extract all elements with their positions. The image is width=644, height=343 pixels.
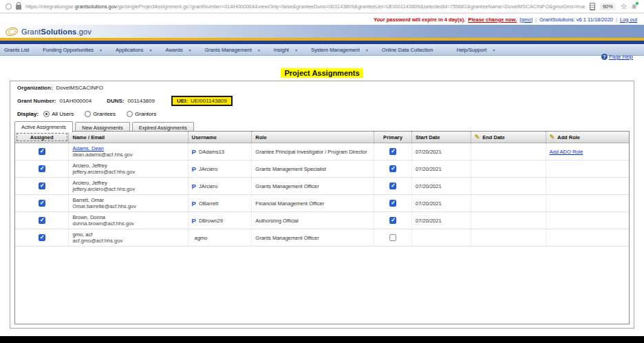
nav-item-grants-list[interactable]: Grants List	[1, 47, 36, 53]
header-username[interactable]: Username	[189, 132, 253, 143]
primary-checkbox[interactable]	[389, 183, 396, 189]
radio-all-users[interactable]: All Users	[43, 111, 74, 117]
pencil-icon[interactable]: ✎	[475, 134, 480, 141]
site-info-icon[interactable]	[6, 3, 12, 10]
person-p-icon: P	[192, 200, 196, 207]
username: DBrown29	[199, 218, 223, 224]
header-start-date[interactable]: Start Date	[412, 132, 471, 143]
tab-active-assignments[interactable]: Active Assignments	[14, 121, 73, 132]
browser-menu-icon[interactable]: ≡	[632, 3, 638, 10]
person-p-icon: P	[192, 165, 196, 173]
radio-icon[interactable]	[127, 111, 133, 117]
role-cell: Grants Management Officer	[252, 229, 374, 246]
radio-grantees[interactable]: Grantees	[85, 111, 116, 117]
user-name: Arciero, Jeffrey	[72, 180, 184, 186]
display-filter-row: Display: All Users Grantees Grantors	[17, 111, 167, 117]
url-subdomain: integrationgse.	[41, 3, 75, 10]
assigned-checkbox[interactable]	[39, 200, 45, 207]
username: OBarrett	[199, 200, 218, 207]
nav-item-grants-management[interactable]: Grants Management▾	[197, 47, 266, 53]
radio-icon[interactable]	[43, 111, 50, 117]
header-primary[interactable]: Primary	[374, 132, 412, 143]
role-cell: Grants Management Officer	[252, 178, 374, 194]
url-field[interactable]: https://integrationgse.grantsolutions.go…	[25, 3, 586, 10]
extension-badge	[636, 2, 638, 5]
user-tag-link[interactable]: [gmo]	[519, 17, 533, 23]
main-nav: Grants List Funding Opportunities▾ Appli…	[0, 44, 644, 56]
grant-number-value: 01AH000004	[59, 98, 92, 104]
nav-item-insight[interactable]: Insight▾	[267, 47, 304, 53]
nav-item-applications[interactable]: Applications▾	[109, 47, 158, 53]
url-path: /gs/singleProjectAssignment.gs?grantNumb…	[117, 3, 586, 10]
assignments-table: Assigned Name / Email Username Role Prim…	[14, 131, 630, 324]
chevron-down-icon: ▾	[493, 48, 495, 52]
zoom-level[interactable]: 90%	[600, 3, 616, 10]
add-ado-role-link[interactable]: Add ADO Role	[550, 149, 583, 155]
user-email: dean.adams@acf.hhs.gov	[72, 152, 184, 158]
role-cell: Authorizing Official	[252, 212, 374, 229]
end-date-cell	[471, 178, 546, 194]
pencil-icon[interactable]: ✎	[550, 134, 555, 141]
nav-item-online-data-collection[interactable]: Online Data Collection	[375, 47, 440, 53]
page-help-link[interactable]: Page Help	[609, 54, 633, 60]
primary-checkbox[interactable]	[389, 200, 396, 207]
header-assigned[interactable]: Assigned	[15, 132, 69, 143]
lock-icon[interactable]	[16, 5, 21, 10]
user-email: jeffery.arciero@acf.hhs.gov	[72, 186, 184, 192]
header-end-date[interactable]: ✎End Date	[471, 132, 546, 143]
assigned-checkbox[interactable]	[39, 148, 45, 155]
primary-checkbox[interactable]	[389, 165, 396, 172]
role-cell: Financial Management Officer	[252, 195, 374, 211]
separator: |	[616, 17, 617, 23]
assigned-checkbox[interactable]	[39, 183, 45, 189]
radio-grantors[interactable]: Grantors	[127, 111, 156, 117]
page-help: ? Page Help	[601, 54, 633, 60]
person-p-icon: P	[192, 148, 196, 156]
table-row: Brown, Donnadonna.brown@acf.hhs.gov PDBr…	[15, 212, 629, 229]
table-row: Adams, Deandean.adams@acf.hhs.gov PDAdam…	[15, 143, 629, 160]
logout-link[interactable]: Log out	[620, 17, 637, 23]
user-email: Omar.barrette@acf.hhs.gov	[72, 203, 184, 209]
primary-checkbox[interactable]	[389, 234, 396, 241]
primary-checkbox[interactable]	[389, 148, 396, 155]
display-label: Display:	[17, 111, 39, 117]
password-warning-text: Your password will expire in 4 day(s).	[374, 17, 465, 23]
organization-row: Organization: DovelMSCACINFO	[17, 85, 118, 91]
help-question-icon[interactable]: ?	[601, 54, 608, 60]
start-date-cell: 07/20/2021	[412, 160, 471, 177]
chevron-down-icon: ▾	[150, 48, 152, 52]
url-scheme: https://	[25, 3, 41, 10]
page-title: Project Assignments	[281, 68, 363, 78]
person-p-icon: P	[192, 217, 196, 225]
url-domain: grantsolutions.gov	[75, 3, 117, 10]
person-p-icon: P	[192, 183, 196, 190]
header-add-role[interactable]: ✎Add Role	[546, 132, 629, 143]
header-role[interactable]: Role	[252, 132, 374, 143]
user-email: jeffery.arciero@acf.hhs.gov	[72, 169, 184, 175]
nav-item-help-support[interactable]: Help/Support▾	[449, 47, 502, 53]
chevron-down-icon: ▾	[366, 48, 368, 52]
start-date-cell: 07/20/2021	[412, 143, 471, 160]
table-row: Arciero, Jeffreyjeffery.arciero@acf.hhs.…	[15, 178, 629, 195]
assigned-checkbox[interactable]	[39, 217, 45, 224]
grantsolutions-logo-text[interactable]: GrantSolutions.gov	[21, 28, 92, 36]
reader-mode-icon[interactable]	[590, 3, 595, 10]
assigned-checkbox[interactable]	[39, 234, 45, 241]
primary-checkbox[interactable]	[389, 217, 396, 224]
start-date-cell: 07/20/2021	[412, 195, 471, 211]
nav-item-funding-opportunities[interactable]: Funding Opportunities▾	[36, 47, 109, 53]
change-password-link[interactable]: Please change now.	[468, 17, 517, 23]
nav-item-system-management[interactable]: System Management▾	[304, 47, 375, 53]
bookmark-star-icon[interactable]: ☆	[621, 3, 627, 10]
header-name-email[interactable]: Name / Email	[69, 132, 188, 143]
version-text: GrantSolutions: v6.1 11/18/2020	[539, 17, 613, 23]
user-name-link[interactable]: Adams, Dean	[72, 145, 184, 152]
radio-icon[interactable]	[85, 111, 91, 117]
user-email: donna.brown@acf.hhs.gov	[72, 220, 184, 227]
end-date-cell	[471, 195, 546, 211]
assigned-checkbox[interactable]	[39, 165, 45, 172]
table-row: gmo, acfacf.gmo@acf.hhs.gov agmo Grants …	[15, 229, 629, 247]
username: DAdams13	[199, 149, 224, 155]
nav-item-awards[interactable]: Awards▾	[159, 47, 198, 53]
chevron-down-icon: ▾	[100, 48, 102, 52]
